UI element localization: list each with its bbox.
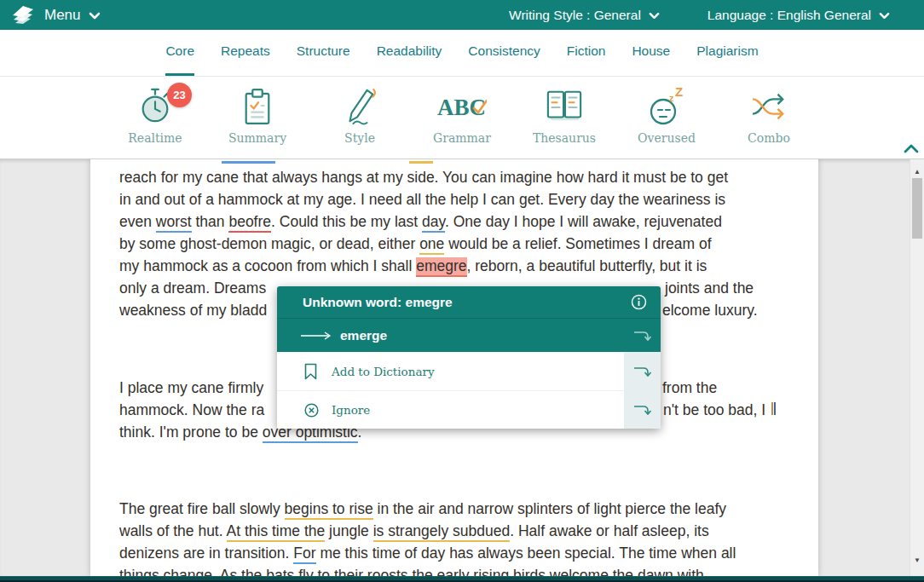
shuffle-icon bbox=[748, 84, 790, 129]
vertical-scrollbar[interactable]: ▲ ▼ bbox=[910, 159, 924, 576]
tab-consistency[interactable]: Consistency bbox=[468, 30, 540, 76]
language-dropdown[interactable]: Language : English General bbox=[707, 8, 890, 23]
text-fragment: joints and the bbox=[665, 277, 754, 299]
text-segment: hammock. Now the ra bbox=[119, 401, 264, 418]
add-to-dictionary-button[interactable]: Add to Dictionary bbox=[277, 352, 661, 390]
top-menu-bar: Menu Writing Style : General Language : … bbox=[0, 0, 924, 30]
text-segment: . Half awake or half asleep, its bbox=[510, 522, 708, 539]
tool-label: Combo bbox=[748, 131, 790, 145]
svg-text:z: z bbox=[669, 93, 674, 103]
tool-combo[interactable]: Combo bbox=[718, 77, 820, 158]
tool-label: Overused bbox=[638, 131, 696, 145]
text-segment: The great fire ball slowly bbox=[119, 500, 285, 517]
text-segment: things change. As the bats fly to their … bbox=[119, 567, 704, 576]
apply-action-icon[interactable] bbox=[624, 391, 661, 429]
app-logo-icon bbox=[11, 3, 35, 27]
text-segment: even bbox=[119, 213, 156, 230]
tab-plagiarism[interactable]: Plagiarism bbox=[696, 30, 758, 76]
long-arrow-icon bbox=[301, 328, 332, 343]
chevron-down-icon bbox=[649, 8, 660, 23]
text-segment: me this time of day has always been spec… bbox=[316, 545, 736, 562]
ignore-icon bbox=[304, 403, 319, 418]
svg-text:ABC: ABC bbox=[437, 95, 486, 120]
collapse-toolbar-button[interactable] bbox=[904, 141, 919, 157]
writing-style-dropdown[interactable]: Writing Style : General bbox=[509, 8, 660, 23]
scroll-down-arrow[interactable]: ▼ bbox=[910, 556, 924, 564]
menu-dropdown[interactable]: Menu bbox=[11, 3, 101, 27]
clipboard-icon bbox=[241, 84, 274, 129]
tool-label: Grammar bbox=[433, 131, 491, 145]
grammar-marked-word[interactable]: For bbox=[293, 545, 315, 564]
chevron-down-icon bbox=[879, 8, 890, 23]
text-fragment: from the bbox=[662, 377, 717, 399]
style-marked-word[interactable]: is strangely subdued bbox=[373, 522, 511, 542]
writing-style-label: Writing Style : General bbox=[509, 8, 641, 23]
text-segment: . One day I hope I will awake, rejuvenat… bbox=[445, 213, 722, 230]
text-line: my hammock as a cocoon from which I shal… bbox=[119, 255, 793, 277]
tab-fiction[interactable]: Fiction bbox=[567, 30, 606, 76]
text-segment: in the air and narrow splinters of light… bbox=[373, 500, 726, 517]
style-marked-word[interactable]: begins to rise bbox=[285, 500, 373, 520]
text-segment: only a dream. Dreams bbox=[119, 279, 266, 297]
text-line: even worst than beofre. Could this be my… bbox=[119, 210, 793, 233]
text-segment: denizens are in transition. bbox=[119, 545, 293, 562]
spelling-highlight-word[interactable]: emegre bbox=[416, 257, 466, 277]
pencil-icon bbox=[342, 84, 378, 129]
text-fragment: elcome luxury. bbox=[662, 299, 758, 321]
tab-repeats[interactable]: Repeats bbox=[221, 30, 270, 76]
text-segment: than bbox=[192, 213, 229, 230]
action-label: Ignore bbox=[332, 403, 370, 417]
text-segment: jungle bbox=[325, 522, 372, 539]
tab-core[interactable]: Core bbox=[165, 30, 194, 76]
text-segment: in and out of a hammock at my age. I nee… bbox=[119, 191, 725, 208]
scrollbar-thumb[interactable] bbox=[912, 178, 922, 239]
style-marked-word[interactable]: one bbox=[419, 235, 444, 255]
tab-readability[interactable]: Readability bbox=[377, 30, 442, 76]
report-toolbar: 23RealtimeSummaryStyleABCGrammarThesauru… bbox=[0, 77, 924, 159]
popup-actions: Add to DictionaryIgnore bbox=[277, 352, 661, 429]
tool-grammar[interactable]: ABCGrammar bbox=[411, 77, 513, 158]
text-line: things change. As the bats fly to their … bbox=[119, 564, 793, 576]
tool-style[interactable]: Style bbox=[309, 77, 411, 158]
style-marked-word[interactable]: At this time the bbox=[227, 522, 326, 542]
sleepy-face-icon: zZ bbox=[647, 84, 686, 129]
popup-title: Unknown word: emegre bbox=[303, 295, 453, 310]
tool-thesaurus[interactable]: Thesaurus bbox=[513, 77, 615, 158]
apply-action-icon[interactable] bbox=[624, 352, 661, 390]
action-label: Add to Dictionary bbox=[332, 365, 435, 378]
info-icon[interactable] bbox=[631, 294, 647, 310]
tool-label: Realtime bbox=[128, 131, 182, 145]
tool-realtime[interactable]: 23Realtime bbox=[104, 77, 206, 158]
spelling-suggestion-popup: Unknown word: emegre emerge Add to Dicti… bbox=[277, 286, 661, 429]
spelling-marked-word[interactable]: beofre bbox=[228, 213, 271, 233]
text-segment: I place my cane firmly bbox=[119, 379, 263, 396]
svg-text:Z: Z bbox=[675, 86, 683, 99]
text-segment: walls of the hut. bbox=[119, 522, 227, 539]
text-line: by some ghost-demon magic, or dead, eith… bbox=[119, 233, 793, 255]
tool-overused[interactable]: zZOverused bbox=[615, 77, 718, 158]
suggestion-emerge[interactable]: emerge bbox=[277, 319, 661, 352]
clipped-yellow-underline bbox=[409, 161, 433, 164]
apply-suggestion-icon[interactable] bbox=[624, 319, 661, 352]
tab-structure[interactable]: Structure bbox=[297, 30, 350, 76]
tool-summary[interactable]: Summary bbox=[206, 77, 309, 158]
editor-viewport: reach for my cane that always hangs at m… bbox=[0, 159, 924, 576]
text-segment: my hammock as a cocoon from which I shal… bbox=[119, 257, 416, 274]
text-segment: reach for my cane that always hangs at m… bbox=[119, 169, 728, 186]
text-line: denizens are in transition. For me this … bbox=[119, 542, 793, 564]
text-line: in and out of a hammock at my age. I nee… bbox=[119, 188, 793, 210]
language-label: Language : English General bbox=[707, 8, 871, 23]
report-tab-bar: CoreRepeatsStructureReadabilityConsisten… bbox=[0, 30, 924, 77]
scroll-up-arrow[interactable]: ▲ bbox=[910, 168, 924, 176]
text-segment: , reborn, a beautiful butterfly, but it … bbox=[467, 257, 707, 274]
tool-label: Thesaurus bbox=[533, 131, 596, 145]
abc-check-icon: ABC bbox=[437, 84, 487, 129]
ignore-button[interactable]: Ignore bbox=[277, 390, 661, 429]
grammar-marked-word[interactable]: worst bbox=[156, 213, 192, 233]
text-caret bbox=[771, 402, 776, 415]
window-bottom-edge bbox=[0, 576, 924, 582]
grammar-marked-word[interactable]: day bbox=[422, 213, 445, 233]
text-segment: by some ghost-demon magic, or dead, eith… bbox=[119, 235, 419, 252]
tab-house[interactable]: House bbox=[632, 30, 670, 76]
clipped-blue-underline bbox=[222, 161, 275, 164]
